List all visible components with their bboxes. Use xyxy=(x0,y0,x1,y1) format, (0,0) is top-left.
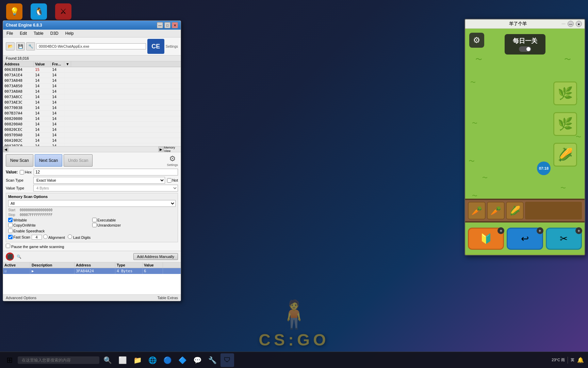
hex-checkbox[interactable] xyxy=(20,170,24,174)
taskbar-icon-multitask[interactable]: ⬜ xyxy=(116,353,129,367)
table-row[interactable]: 0073A850 14 14 xyxy=(3,83,181,89)
pause-game-checkbox-label[interactable]: Pause the game while scanning xyxy=(6,244,64,249)
table-row[interactable]: 0073A8CC 14 14 xyxy=(3,94,181,100)
value-input-field[interactable] xyxy=(34,169,178,175)
game-close-btn[interactable]: ● xyxy=(576,21,582,27)
grass-deco-11: 〜 xyxy=(472,193,477,199)
table-row[interactable]: 009709A0 14 14 xyxy=(3,133,181,138)
add-address-button[interactable]: Add Address Manually xyxy=(133,253,178,260)
action-button-1[interactable]: 🔰 + xyxy=(468,228,504,250)
ce-address-list[interactable]: Address Value Fre... ▼ 0063EEB4 15 14 00… xyxy=(3,61,181,147)
ce-minimize-btn[interactable]: — xyxy=(157,22,163,28)
table-row[interactable]: 0073A848 14 14 xyxy=(3,78,181,83)
scroll-right-btn[interactable]: ▶ xyxy=(158,147,164,152)
ce-maximize-btn[interactable]: □ xyxy=(164,22,170,28)
pause-game-row: Pause the game while scanning xyxy=(6,244,178,249)
table-row[interactable]: 00820080 14 14 xyxy=(3,116,181,122)
scan-type-select[interactable]: Exact Value xyxy=(33,177,165,184)
table-row[interactable]: 00820CEC 14 14 xyxy=(3,127,181,133)
table-extras-link[interactable]: Table Extras xyxy=(157,296,178,300)
game-settings-button[interactable]: ⚙ xyxy=(469,33,484,48)
taskbar-icon-browser-edge[interactable]: 🌐 xyxy=(146,353,159,367)
value-type-select[interactable]: 4 Bytes xyxy=(33,185,178,191)
undo-scan-button[interactable]: Undo Scan xyxy=(64,154,93,167)
taskbar-icon-wechat[interactable]: 💬 xyxy=(191,353,204,367)
fast-scan-checkbox-label[interactable]: Fast Scan xyxy=(8,235,30,239)
shelf-item-2[interactable]: 🥕 xyxy=(487,202,505,219)
game-tile-1[interactable]: 🌿 xyxy=(553,81,577,105)
scan-settings-icon[interactable]: ⚙ Settings xyxy=(167,154,178,167)
ce-close-btn[interactable]: ✕ xyxy=(172,22,178,28)
unrandomizer-checkbox[interactable] xyxy=(92,223,97,227)
table-row[interactable]: 0073A1E4 14 14 xyxy=(3,73,181,78)
taskbar-search-input[interactable] xyxy=(18,356,99,364)
ce-list-scrollbar[interactable]: ◀ ▶ Memory View xyxy=(3,147,181,152)
game-minimize-btn[interactable]: — xyxy=(568,21,574,27)
game-tile-3[interactable]: 🌽 xyxy=(553,143,577,167)
toggle-switch[interactable] xyxy=(519,46,531,52)
speedhack-checkbox-label[interactable]: Enable Speedhack xyxy=(8,229,176,233)
ce-menu-d3d[interactable]: D3D xyxy=(48,30,61,36)
writable-checkbox-label[interactable]: Writable xyxy=(8,218,92,222)
table-row[interactable]: 008200A0 14 14 xyxy=(3,122,181,127)
copy-on-write-checkbox[interactable] xyxy=(8,223,13,227)
executable-checkbox[interactable] xyxy=(92,218,97,222)
memory-scan-dropdown[interactable]: All xyxy=(8,200,176,207)
table-row[interactable]: 0073A8A8 14 14 xyxy=(3,89,181,94)
taskbar-notifications[interactable]: 🔔 xyxy=(577,357,584,363)
speedhack-checkbox[interactable] xyxy=(8,229,13,233)
table-row[interactable]: 0063EEB4 15 14 xyxy=(3,67,181,73)
game-window: 羊了个羊 ··· — ● ⚙ 每日一关 〜 〜 〜 〜 〜 〜 〜 〜 〜 〜 … xyxy=(464,19,585,256)
copy-on-write-checkbox-label[interactable]: CopyOnWrite xyxy=(8,223,92,227)
ce-menu-table[interactable]: Table xyxy=(32,30,46,36)
table-row[interactable]: 007B37A4 14 14 xyxy=(3,111,181,116)
game-tile-2[interactable]: 🌿 xyxy=(553,112,577,136)
taskbar-icon-edge2[interactable]: 🔷 xyxy=(176,353,189,367)
table-row[interactable]: 00770038 14 14 xyxy=(3,105,181,111)
scroll-left-btn[interactable]: ◀ xyxy=(3,147,9,152)
unrandomizer-checkbox-label[interactable]: Unrandomizer xyxy=(92,223,176,227)
taskbar-icon-ce[interactable]: 🛡 xyxy=(220,353,234,367)
memory-view-btn[interactable]: Memory View xyxy=(164,147,181,152)
executable-checkbox-label[interactable]: Executable xyxy=(92,218,176,222)
game-more-btn[interactable]: ··· xyxy=(561,21,566,27)
not-checkbox-label[interactable]: Not xyxy=(167,178,178,183)
stop-scan-icon[interactable]: ⬛ xyxy=(6,252,14,261)
pause-game-checkbox[interactable] xyxy=(6,244,10,248)
alignment-radio-label[interactable]: Alignment xyxy=(43,234,65,240)
active-address-row[interactable]: ☑ ▶ 3FA84A24 4 Bytes 6 xyxy=(3,268,181,274)
table-row[interactable]: 00A207C0 14 14 xyxy=(3,143,181,147)
last-digits-radio-label[interactable]: Last Digits xyxy=(68,234,91,240)
fast-scan-checkbox[interactable] xyxy=(8,235,13,239)
new-scan-button[interactable]: New Scan xyxy=(6,154,33,167)
ce-menu-help[interactable]: Help xyxy=(63,30,76,36)
shelf-item-1[interactable]: 🥕 xyxy=(468,202,486,219)
toolbar-btn-3[interactable]: 🔧 xyxy=(26,42,35,50)
fast-scan-input[interactable] xyxy=(32,235,42,240)
not-checkbox[interactable] xyxy=(167,178,172,183)
taskbar-icon-chrome[interactable]: 🔵 xyxy=(161,353,174,367)
writable-checkbox[interactable] xyxy=(8,218,13,222)
action-button-3[interactable]: ✂ + xyxy=(546,228,582,250)
taskbar-icon-cortana[interactable]: 🔍 xyxy=(101,353,114,367)
taskbar-divider xyxy=(568,357,568,364)
last-digits-radio[interactable] xyxy=(68,234,72,239)
hex-checkbox-label[interactable]: Hex xyxy=(20,170,32,174)
toolbar-btn-1[interactable]: 📂 xyxy=(6,42,15,50)
alignment-radio[interactable] xyxy=(43,234,48,239)
toolbar-btn-2[interactable]: 💾 xyxy=(16,42,25,50)
advanced-options-link[interactable]: Advanced Options xyxy=(6,296,36,300)
active-checkbox-cell[interactable]: ☑ xyxy=(3,268,30,274)
action-button-2[interactable]: ↩ + xyxy=(507,228,543,250)
table-row[interactable]: 00A1002C 14 14 xyxy=(3,138,181,143)
ce-menu-file[interactable]: File xyxy=(4,30,15,36)
next-scan-button[interactable]: Next Scan xyxy=(35,154,62,167)
ce-process-display[interactable]: 00004BC0-WeChatAppEx.exe xyxy=(36,43,146,49)
daily-label: 每日一关 xyxy=(513,37,537,45)
taskbar-icon-unknown[interactable]: 🔧 xyxy=(206,353,219,367)
taskbar-icon-explorer[interactable]: 📁 xyxy=(131,353,144,367)
ce-menu-edit[interactable]: Edit xyxy=(18,30,29,36)
shelf-item-3[interactable]: 🌽 xyxy=(506,202,524,219)
table-row[interactable]: 0073AE3C 14 14 xyxy=(3,100,181,105)
start-button[interactable]: ⊞ xyxy=(3,353,16,367)
